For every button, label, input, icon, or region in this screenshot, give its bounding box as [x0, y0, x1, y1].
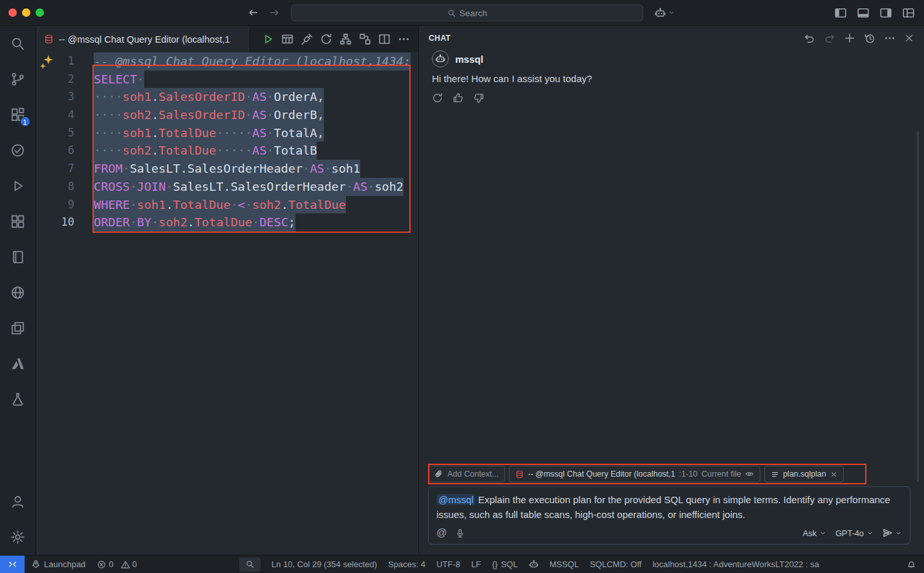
- mention-button[interactable]: @: [436, 527, 447, 539]
- copilot-icon: [654, 7, 666, 19]
- line-number[interactable]: 3: [36, 88, 74, 106]
- account-icon: [10, 494, 25, 509]
- toggle-secondary-sidebar-icon[interactable]: [879, 6, 892, 19]
- notifications-bell-icon[interactable]: [907, 559, 916, 569]
- thumbs-up-icon[interactable]: [453, 92, 464, 103]
- retry-icon[interactable]: [432, 92, 443, 103]
- code-line[interactable]: ····soh1.SalesOrderID·AS·OrderA,: [94, 88, 418, 106]
- editor-toolbar: [250, 26, 418, 52]
- close-panel-icon[interactable]: [904, 33, 914, 43]
- line-number[interactable]: 10: [36, 213, 74, 232]
- encoding-status[interactable]: UTF-8: [436, 559, 460, 569]
- cursor-position-status[interactable]: Ln 10, Col 29 (354 selected): [272, 559, 377, 569]
- chat-scrollbar[interactable]: [917, 131, 919, 482]
- chat-footer: Add Context... -- @mssql Chat Query Edit…: [428, 466, 910, 545]
- line-number[interactable]: 2: [36, 70, 74, 89]
- back-arrow-icon[interactable]: [248, 7, 259, 18]
- windows-icon: [10, 321, 25, 336]
- code-line[interactable]: SELECT·: [94, 70, 418, 89]
- language-status[interactable]: {} SQL: [492, 559, 518, 569]
- code-line[interactable]: ····soh2.TotalDue·····AS·TotalB: [94, 142, 418, 160]
- activity-remote-explorer[interactable]: [0, 310, 36, 346]
- status-search-button[interactable]: [239, 557, 261, 572]
- eol-status[interactable]: LF: [471, 559, 481, 569]
- results-grid-button[interactable]: [281, 33, 294, 45]
- code-line[interactable]: ORDER·BY·soh2.TotalDue·DESC;: [94, 213, 418, 232]
- problems-status[interactable]: 0 0: [97, 559, 136, 569]
- code-line[interactable]: WHERE·soh1.TotalDue·<·soh2.TotalDue: [94, 196, 418, 214]
- minimize-window-button[interactable]: [22, 8, 30, 17]
- schema-hierarchy-button[interactable]: [339, 33, 352, 45]
- forward-arrow-icon[interactable]: [269, 7, 280, 18]
- mssql-status[interactable]: MSSQL: [550, 559, 579, 569]
- thumbs-down-icon[interactable]: [473, 92, 484, 103]
- line-number[interactable]: 1: [36, 52, 74, 70]
- connection-status[interactable]: localhost,1434 : AdventureWorksLT2022 : …: [652, 559, 819, 569]
- more-actions-icon[interactable]: [884, 32, 896, 44]
- send-button[interactable]: [883, 528, 902, 538]
- line-number[interactable]: 4: [36, 106, 74, 124]
- line-number[interactable]: 6: [36, 142, 74, 160]
- mode-picker[interactable]: Ask: [803, 528, 826, 538]
- split-editor-button[interactable]: [378, 33, 391, 45]
- copilot-menu-button[interactable]: [654, 7, 675, 19]
- settings-button[interactable]: [0, 519, 36, 555]
- new-chat-icon[interactable]: [844, 32, 855, 44]
- chevron-down-icon: [668, 9, 675, 16]
- launchpad-status[interactable]: Launchpad: [31, 559, 85, 569]
- database-icon: [44, 34, 54, 44]
- sqlcmd-status[interactable]: SQLCMD: Off: [590, 559, 641, 569]
- command-center-search[interactable]: Search: [291, 5, 643, 21]
- redo-icon[interactable]: [824, 32, 835, 44]
- undo-icon[interactable]: [804, 32, 815, 44]
- zoom-window-button[interactable]: [36, 8, 44, 17]
- code-line[interactable]: ····soh2.SalesOrderID·AS·OrderB,: [94, 106, 418, 124]
- editor-tab[interactable]: -- @mssql Chat Query Editor (localhost,1: [36, 26, 250, 52]
- more-actions-button[interactable]: [398, 33, 410, 45]
- line-number[interactable]: 9: [36, 196, 74, 214]
- toggle-panel-icon[interactable]: [857, 6, 870, 19]
- code-editor[interactable]: 12345678910 -- @mssql Chat Query Editor …: [36, 52, 418, 555]
- chat-input[interactable]: @mssqlExplain the execution plan for the…: [428, 486, 910, 545]
- model-picker[interactable]: GPT-4o: [835, 528, 874, 538]
- code-line[interactable]: FROM·SalesLT.SalesOrderHeader·AS·soh1: [94, 160, 418, 178]
- copilot-status-icon[interactable]: [529, 559, 539, 569]
- add-context-chip[interactable]: Add Context...: [428, 466, 505, 482]
- estimated-plan-button[interactable]: [320, 33, 332, 45]
- activity-task-check[interactable]: [0, 133, 36, 168]
- activity-web[interactable]: [0, 275, 36, 310]
- remove-chip-icon[interactable]: [830, 471, 837, 478]
- eye-icon[interactable]: [745, 470, 754, 479]
- disconnect-button[interactable]: [301, 33, 313, 45]
- errors-icon: [97, 560, 106, 569]
- remote-indicator[interactable]: [0, 556, 25, 573]
- accounts-button[interactable]: [0, 484, 36, 519]
- current-file-chip[interactable]: -- @mssql Chat Query Editor (localhost,1…: [509, 466, 760, 482]
- gear-icon: [10, 530, 25, 545]
- close-window-button[interactable]: [8, 8, 17, 17]
- activity-database-projects[interactable]: [0, 382, 36, 417]
- indentation-status[interactable]: Spaces: 4: [388, 559, 425, 569]
- code-line[interactable]: CROSS·JOIN·SalesLT.SalesOrderHeader·AS·s…: [94, 178, 418, 196]
- run-query-button[interactable]: [262, 33, 274, 45]
- chat-history-icon[interactable]: [864, 32, 876, 44]
- activity-run[interactable]: [0, 168, 36, 204]
- line-number[interactable]: 8: [36, 178, 74, 196]
- schema-compare-button[interactable]: [359, 33, 371, 45]
- activity-source-control[interactable]: [0, 61, 36, 97]
- customize-layout-icon[interactable]: [902, 6, 915, 19]
- line-number[interactable]: 5: [36, 124, 74, 142]
- mssql-mention[interactable]: @mssql: [436, 494, 475, 505]
- activity-search[interactable]: [0, 26, 36, 61]
- code-line[interactable]: -- @mssql Chat Query Editor (localhost,1…: [94, 52, 418, 70]
- chat-panel: CHAT mssql Hi there! How can I assist yo…: [419, 26, 924, 555]
- line-number[interactable]: 7: [36, 160, 74, 178]
- plan-file-chip[interactable]: plan.sqlplan: [764, 466, 844, 482]
- toggle-primary-sidebar-icon[interactable]: [834, 6, 847, 19]
- mic-icon[interactable]: [455, 528, 465, 538]
- activity-blocks[interactable]: [0, 204, 36, 239]
- activity-extensions[interactable]: 1: [0, 97, 36, 133]
- activity-azure[interactable]: [0, 346, 36, 382]
- activity-notebook[interactable]: [0, 239, 36, 275]
- code-line[interactable]: ····soh1.TotalDue·····AS·TotalA,: [94, 124, 418, 142]
